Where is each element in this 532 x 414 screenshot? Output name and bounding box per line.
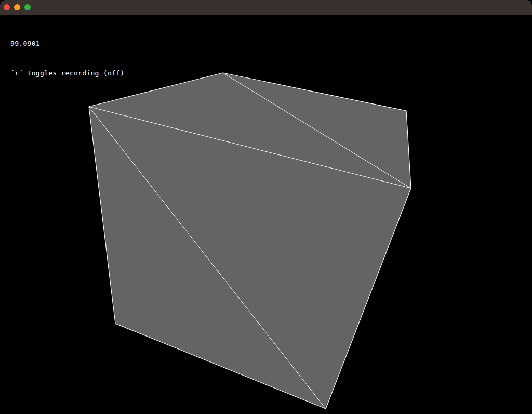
recording-hint: ´r´ toggles recording (off) [10, 68, 124, 78]
app-window: 99.0901 ´r´ toggles recording (off) [0, 0, 532, 414]
minimize-button[interactable] [14, 4, 20, 10]
traffic-lights [4, 4, 31, 10]
close-button[interactable] [4, 4, 10, 10]
sketch-canvas[interactable]: 99.0901 ´r´ toggles recording (off) [0, 15, 532, 414]
hud-overlay: 99.0901 ´r´ toggles recording (off) [10, 19, 124, 98]
zoom-button[interactable] [24, 4, 31, 10]
window-titlebar[interactable] [0, 0, 532, 15]
fps-readout: 99.0901 [10, 38, 124, 48]
